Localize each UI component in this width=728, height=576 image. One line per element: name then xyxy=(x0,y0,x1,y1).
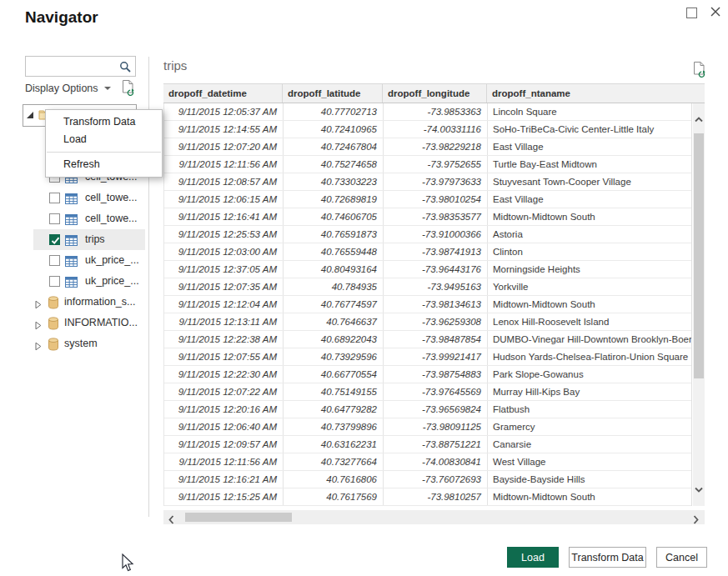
tree-item-database[interactable]: information_s... xyxy=(33,292,145,313)
tree-item-table[interactable]: uk_price_... xyxy=(33,250,145,271)
table-cell: -73.98353577 xyxy=(384,208,488,225)
table-cell: -73.96569824 xyxy=(384,401,488,418)
table-cell: Park Slope-Gowanus xyxy=(488,366,691,383)
table-cell: 40.80493164 xyxy=(284,261,384,278)
table-cell: 9/11/2015 12:15:25 AM xyxy=(164,488,284,505)
search-box[interactable] xyxy=(25,56,136,77)
refresh-preview-icon[interactable] xyxy=(693,61,707,81)
table-cell: 9/11/2015 12:03:00 AM xyxy=(164,243,284,260)
table-cell: Midtown-Midtown South xyxy=(488,488,691,505)
transform-data-button[interactable]: Transform Data xyxy=(569,547,646,568)
table-cell: 40.75149155 xyxy=(284,383,384,400)
table-cell: Gramercy xyxy=(488,418,691,435)
checkbox[interactable] xyxy=(49,276,60,287)
table-cell: 40.73799896 xyxy=(284,418,384,435)
search-icon[interactable] xyxy=(119,61,131,76)
tree-item-table[interactable]: trips xyxy=(33,229,145,250)
table-cell: 40.75274658 xyxy=(284,156,384,173)
chevron-right-icon[interactable] xyxy=(35,339,42,354)
table-cell: 40.76559448 xyxy=(284,243,384,260)
tree-item-label: cell_towe... xyxy=(85,192,138,203)
mouse-cursor xyxy=(122,553,134,575)
column-header: dropoff_ntaname xyxy=(487,84,705,103)
tree-item-table[interactable]: cell_towe... xyxy=(33,208,145,229)
table-cell: SoHo-TriBeCa-Civic Center-Little Italy xyxy=(488,121,691,138)
tree-item-table[interactable]: cell_towe... xyxy=(33,188,145,208)
table-row: 9/11/2015 12:16:41 AM40.74606705-73.9835… xyxy=(164,208,691,226)
table-cell: 9/11/2015 12:22:38 AM xyxy=(164,331,284,348)
scroll-left-icon[interactable] xyxy=(168,513,174,528)
table-cell: Stuyvesant Town-Cooper Village xyxy=(488,173,691,190)
table-cell: 9/11/2015 12:05:37 AM xyxy=(164,103,284,120)
column-header: dropoff_latitude xyxy=(283,84,383,103)
scroll-right-icon[interactable] xyxy=(693,513,699,528)
table-icon xyxy=(65,276,78,291)
load-button[interactable]: Load xyxy=(507,547,559,568)
chevron-right-icon[interactable] xyxy=(35,298,42,313)
tree-item-database[interactable]: system xyxy=(33,333,145,354)
table-cell: -73.98487854 xyxy=(384,331,488,348)
table-cell: -73.98229218 xyxy=(384,138,488,155)
database-icon xyxy=(48,296,59,313)
checkbox[interactable] xyxy=(49,255,60,266)
search-input[interactable] xyxy=(29,58,119,76)
scroll-down-icon[interactable] xyxy=(695,481,703,496)
table-cell: Morningside Heights xyxy=(488,261,691,278)
preview-title: trips xyxy=(163,58,187,73)
table-cell: 40.63162231 xyxy=(284,436,384,453)
table-row: 9/11/2015 12:12:04 AM40.76774597-73.9813… xyxy=(164,296,691,313)
tree-item-table[interactable]: uk_price_... xyxy=(33,271,145,292)
horizontal-scrollbar[interactable] xyxy=(163,510,705,524)
menu-item-refresh[interactable]: Refresh xyxy=(46,156,162,173)
table-cell: Flatbush xyxy=(488,401,691,418)
table-cell: 40.74606705 xyxy=(284,208,384,225)
tree-list: cell_towe...cell_towe...cell_towe...trip… xyxy=(33,167,145,354)
display-options-dropdown[interactable]: Display Options xyxy=(25,83,111,94)
table-cell: 9/11/2015 12:07:22 AM xyxy=(164,383,284,400)
table-cell: 40.64779282 xyxy=(284,401,384,418)
tree-item-label: information_s... xyxy=(64,296,135,308)
menu-item-load[interactable]: Load xyxy=(46,131,162,148)
checkbox[interactable] xyxy=(49,193,60,203)
checkbox[interactable] xyxy=(49,234,60,245)
maximize-icon[interactable] xyxy=(686,8,697,18)
refresh-preview-icon[interactable] xyxy=(122,79,136,99)
context-menu: Transform Data Load Refresh xyxy=(45,109,163,178)
chevron-expanded-icon[interactable] xyxy=(27,112,33,118)
table-row: 9/11/2015 12:16:21 AM40.7616806-73.76072… xyxy=(164,471,691,488)
table-cell: 9/11/2015 12:16:41 AM xyxy=(164,208,284,225)
table-cell: DUMBO-Vinegar Hill-Downtown Brooklyn-Boe… xyxy=(488,331,691,348)
table-cell: 40.784935 xyxy=(284,278,384,295)
table-cell: -73.9810257 xyxy=(384,488,488,505)
table-row: 9/11/2015 12:22:38 AM40.68922043-73.9848… xyxy=(164,331,691,348)
vertical-scroll-thumb[interactable] xyxy=(694,133,704,378)
table-cell: -73.99921417 xyxy=(384,348,488,365)
table-cell: Hudson Yards-Chelsea-Flatiron-Union Squa… xyxy=(488,348,691,365)
menu-item-transform-data[interactable]: Transform Data xyxy=(46,113,162,131)
table-icon xyxy=(65,255,78,270)
table-cell: 9/11/2015 12:07:20 AM xyxy=(164,138,284,155)
table-cell: East Village xyxy=(488,138,691,155)
tree-item-label: uk_price_... xyxy=(85,275,139,287)
table-icon xyxy=(65,213,78,228)
vertical-scrollbar[interactable] xyxy=(693,103,705,506)
table-row: 9/11/2015 12:08:57 AM40.73303223-73.9797… xyxy=(164,173,691,191)
checkbox[interactable] xyxy=(49,213,60,224)
tree-item-database[interactable]: INFORMATIO... xyxy=(33,313,145,333)
preview-table-body: 9/11/2015 12:05:37 AM40.77702713-73.9853… xyxy=(163,103,692,506)
table-icon xyxy=(65,193,78,208)
table-cell: 40.7616806 xyxy=(284,471,384,488)
scroll-up-icon[interactable] xyxy=(695,111,703,126)
table-row: 9/11/2015 12:07:20 AM40.72467804-73.9822… xyxy=(164,138,691,156)
horizontal-scroll-thumb[interactable] xyxy=(185,513,292,522)
menu-separator xyxy=(47,152,161,153)
chevron-right-icon[interactable] xyxy=(35,318,42,333)
close-icon[interactable] xyxy=(710,6,721,18)
cancel-button[interactable]: Cancel xyxy=(656,547,707,568)
table-cell: 9/11/2015 12:11:56 AM xyxy=(164,453,284,470)
tree-item-label: INFORMATIO... xyxy=(64,317,138,328)
table-cell: 9/11/2015 12:11:56 AM xyxy=(164,156,284,173)
table-cell: -73.98754883 xyxy=(384,366,488,383)
table-cell: -73.91000366 xyxy=(384,226,488,243)
chevron-down-icon xyxy=(104,87,111,90)
